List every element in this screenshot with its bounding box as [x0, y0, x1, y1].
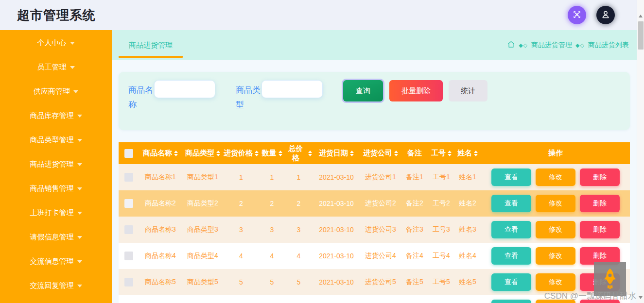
- cell-note: 备注5: [400, 278, 429, 286]
- home-icon[interactable]: [507, 40, 515, 50]
- sidebar-item-exchange-info-mgmt[interactable]: 交流信息管理: [0, 249, 112, 273]
- edit-button[interactable]: 修改: [536, 247, 575, 265]
- goods-type-input[interactable]: [261, 80, 323, 98]
- sort-icon[interactable]: [255, 151, 259, 156]
- delete-button[interactable]: 删除: [580, 195, 620, 212]
- table-header-row: 商品名称 商品类型 进货价格 数量 总价格 进货日期 进货公司 备注 工号 姓名…: [119, 142, 630, 164]
- delete-button[interactable]: 删除: [580, 300, 620, 303]
- breadcrumb-goods-purchase-mgmt[interactable]: 商品进货管理: [531, 41, 572, 50]
- chevron-down-icon: [77, 115, 82, 118]
- query-button[interactable]: 查询: [343, 80, 383, 101]
- goods-name-input[interactable]: [154, 80, 215, 98]
- sort-icon[interactable]: [278, 151, 282, 156]
- chevron-down-icon: [70, 42, 75, 45]
- scroll-up-arrow-icon[interactable]: [639, 15, 643, 17]
- view-button[interactable]: 查看: [491, 221, 531, 238]
- sidebar-item-employee-mgmt[interactable]: 员工管理: [0, 55, 112, 79]
- sidebar-item-goods-sales-mgmt[interactable]: 商品销售管理: [0, 176, 112, 201]
- edit-button[interactable]: 修改: [536, 300, 575, 303]
- back-to-top-button[interactable]: [594, 262, 626, 296]
- column-header-purchase-company[interactable]: 进货公司: [361, 149, 400, 158]
- cell-person-name: 姓名1: [454, 173, 481, 182]
- chevron-down-icon: [77, 260, 82, 263]
- scrollbar-thumb[interactable]: [638, 21, 644, 50]
- row-checkbox[interactable]: [124, 278, 133, 286]
- view-button[interactable]: 查看: [491, 300, 531, 303]
- sidebar-item-label: 员工管理: [37, 63, 67, 72]
- sidebar-item-leave-info-mgmt[interactable]: 请假信息管理: [0, 225, 112, 249]
- cell-goods-type: 商品类型1: [182, 173, 224, 182]
- sidebar-item-exchange-reply-mgmt[interactable]: 交流回复管理: [0, 273, 112, 298]
- goods-type-field-group: 商品类型: [236, 80, 323, 112]
- scroll-down-arrow-icon[interactable]: [639, 296, 643, 299]
- delete-button[interactable]: 删除: [580, 168, 620, 186]
- cell-goods-type: 商品类型3: [182, 225, 224, 234]
- column-header-total-price[interactable]: 总价格: [285, 144, 312, 163]
- batch-delete-button[interactable]: 批量删除: [389, 80, 443, 101]
- breadcrumb-goods-purchase-list[interactable]: 商品进货列表: [588, 41, 629, 50]
- sort-icon[interactable]: [448, 151, 452, 156]
- cell-purchase-date: 2021-03-10: [312, 200, 361, 207]
- header-actions: [568, 6, 615, 24]
- table-row: 商品名称5 商品类型5 5 5 5 2021-03-10 进货公司5 备注5 工…: [119, 269, 630, 295]
- row-checkbox[interactable]: [124, 252, 133, 260]
- edit-button[interactable]: 修改: [536, 168, 575, 186]
- cell-job-no: 工号5: [429, 278, 454, 286]
- sidebar-item-label: 请假信息管理: [30, 233, 74, 242]
- sidebar-item-label: 上班打卡管理: [30, 208, 74, 218]
- column-header-name[interactable]: 姓名: [454, 149, 481, 158]
- sort-icon[interactable]: [394, 151, 398, 156]
- cell-job-no: 工号3: [429, 225, 454, 234]
- vertical-scrollbar[interactable]: [637, 0, 644, 303]
- row-checkbox[interactable]: [124, 199, 133, 208]
- stats-button[interactable]: 统计: [449, 80, 487, 101]
- cell-goods-name: 商品名称4: [139, 252, 182, 260]
- fullscreen-button[interactable]: [568, 6, 586, 24]
- goods-name-field-group: 商品名称: [128, 80, 215, 112]
- view-button[interactable]: 查看: [491, 168, 531, 186]
- chevron-down-icon: [73, 90, 78, 93]
- user-menu-button[interactable]: [596, 6, 615, 24]
- chevron-down-icon: [77, 236, 82, 239]
- column-header-job-no[interactable]: 工号: [429, 149, 454, 158]
- delete-button[interactable]: 删除: [580, 221, 620, 238]
- view-button[interactable]: 查看: [491, 273, 531, 291]
- sidebar-item-clock-in-mgmt[interactable]: 上班打卡管理: [0, 201, 112, 225]
- expand-arrows-icon: [572, 10, 582, 21]
- column-header-quantity[interactable]: 数量: [259, 149, 285, 158]
- column-header-purchase-price[interactable]: 进货价格: [224, 149, 259, 158]
- column-header-goods-type[interactable]: 商品类型: [182, 149, 224, 158]
- sort-icon[interactable]: [216, 151, 220, 156]
- sort-icon[interactable]: [474, 151, 478, 156]
- view-button[interactable]: 查看: [491, 247, 531, 265]
- cell-purchase-price: 3: [224, 226, 259, 234]
- select-all-checkbox[interactable]: [124, 149, 133, 158]
- cell-goods-name: 商品名称2: [139, 199, 182, 208]
- main-content: 商品进货管理 ◆◇ 商品进货管理 ◆◇ 商品进货列表 商品名称: [112, 30, 637, 303]
- cell-goods-type: 商品类型2: [182, 199, 224, 208]
- table-row-partial: 查看 修改 删除: [119, 295, 630, 303]
- edit-button[interactable]: 修改: [536, 273, 575, 291]
- row-checkbox[interactable]: [124, 225, 133, 234]
- edit-button[interactable]: 修改: [536, 195, 575, 212]
- sidebar-item-goods-type-mgmt[interactable]: 商品类型管理: [0, 128, 112, 152]
- goods-type-label: 商品类型: [236, 80, 261, 112]
- chevron-down-icon: [77, 163, 82, 166]
- cell-purchase-price: 4: [224, 252, 259, 260]
- column-header-purchase-date[interactable]: 进货日期: [312, 149, 361, 158]
- column-header-goods-name[interactable]: 商品名称: [139, 149, 182, 158]
- cell-job-no: 工号1: [429, 173, 454, 182]
- cell-total-price: 4: [285, 252, 312, 260]
- sidebar-item-personal-center[interactable]: 个人中心: [0, 31, 112, 55]
- sidebar-item-inventory-mgmt[interactable]: 商品库存管理: [0, 103, 112, 128]
- edit-button[interactable]: 修改: [536, 221, 575, 238]
- sort-icon[interactable]: [350, 151, 354, 156]
- cell-purchase-date: 2021-03-10: [312, 226, 361, 234]
- sidebar-item-supplier-mgmt[interactable]: 供应商管理: [0, 79, 112, 103]
- tab-goods-purchase-mgmt[interactable]: 商品进货管理: [119, 30, 183, 60]
- view-button[interactable]: 查看: [491, 195, 531, 212]
- sidebar-item-goods-purchase-mgmt[interactable]: 商品进货管理: [0, 152, 112, 176]
- sort-icon[interactable]: [308, 151, 312, 156]
- sort-icon[interactable]: [174, 151, 178, 156]
- row-checkbox[interactable]: [124, 173, 133, 182]
